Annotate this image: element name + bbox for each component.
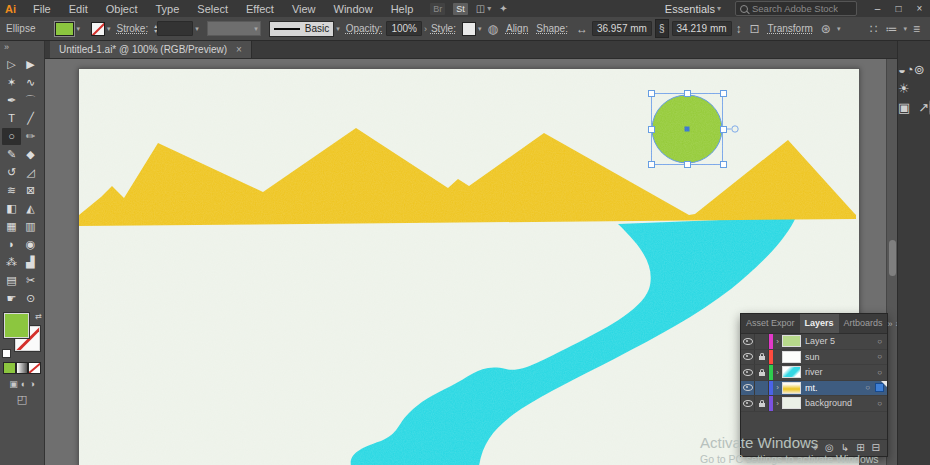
eraser-tool[interactable]: ◆	[21, 146, 40, 163]
target-circle-icon[interactable]: ○	[877, 352, 882, 361]
arrange-documents-icon[interactable]: ◫	[476, 3, 485, 14]
default-fill-stroke-icon[interactable]	[2, 349, 11, 358]
visibility-toggle[interactable]	[741, 334, 755, 349]
constrain-proportions-icon[interactable]: §	[655, 19, 669, 38]
tab-artboards[interactable]: Artboards	[839, 314, 888, 333]
style-label[interactable]: Style:	[431, 23, 456, 34]
bounding-box-icon[interactable]: ⊡	[750, 22, 760, 36]
chevron-down-icon[interactable]: ▾	[837, 25, 841, 33]
visibility-toggle[interactable]	[741, 365, 755, 380]
create-sublayer-icon[interactable]: ↳	[841, 440, 849, 456]
lock-toggle[interactable]	[755, 396, 769, 411]
tab-asset-export[interactable]: Asset Expor	[741, 314, 800, 333]
visibility-toggle[interactable]	[741, 396, 755, 411]
shape-builder-tool[interactable]: ◧	[2, 200, 21, 217]
tab-close-icon[interactable]: ×	[236, 44, 242, 55]
perspective-grid-tool[interactable]: ◭	[21, 200, 40, 217]
minimize-button[interactable]: –	[867, 0, 888, 17]
free-transform-tool[interactable]: ⊠	[21, 182, 40, 199]
rotate-tool[interactable]: ↺	[2, 164, 21, 181]
column-graph-tool[interactable]: ▟	[21, 254, 40, 271]
direct-selection-tool[interactable]: ▶	[21, 56, 40, 73]
chevron-down-icon[interactable]: ▾	[195, 25, 199, 33]
workspace-switcher[interactable]: Essentials ▾	[665, 3, 721, 15]
collapse-panel-icon[interactable]: »	[888, 319, 893, 329]
graphic-style-swatch[interactable]	[462, 22, 476, 36]
shape-height-field[interactable]: 34.219 mm	[672, 21, 732, 36]
none-mode-button[interactable]	[28, 362, 41, 374]
align-options-icon[interactable]: ∷	[870, 22, 878, 36]
visibility-toggle[interactable]	[741, 381, 755, 396]
layer-name[interactable]: river	[805, 367, 823, 377]
target-circle-icon[interactable]: ○	[877, 337, 882, 346]
eyedropper-tool[interactable]: ◗	[2, 236, 21, 253]
shape-label[interactable]: Shape:	[536, 23, 568, 34]
asset-export-panel-icon[interactable]: ↗	[918, 100, 929, 115]
scrollbar-thumb[interactable]	[889, 240, 896, 276]
menu-edit[interactable]: Edit	[60, 3, 97, 15]
layer-row-river[interactable]: › river ○	[741, 365, 887, 381]
artboard-tool[interactable]: ▤	[2, 272, 21, 289]
select-similar-icon[interactable]: ⊛	[821, 22, 831, 36]
recolor-artwork-icon[interactable]: ◍	[487, 22, 497, 36]
layer-name[interactable]: sun	[805, 352, 820, 362]
make-clipping-mask-icon[interactable]: ◎	[825, 440, 834, 456]
slice-tool[interactable]: ✂	[21, 272, 40, 289]
fill-swatch[interactable]	[4, 313, 29, 338]
chevron-down-icon[interactable]: ▾	[336, 25, 340, 33]
menu-view[interactable]: View	[283, 3, 325, 15]
scale-tool[interactable]: ◿	[21, 164, 40, 181]
width-tool[interactable]: ≋	[2, 182, 21, 199]
draw-inside-icon[interactable]: ◑	[29, 379, 34, 389]
layer-thumbnail[interactable]	[782, 335, 801, 347]
stroke-weight-field[interactable]	[157, 21, 193, 36]
layer-row-mt[interactable]: › mt. ○	[741, 381, 887, 397]
layer-name[interactable]: background	[805, 398, 852, 408]
target-circle-icon[interactable]: ○	[877, 399, 882, 408]
gpu-performance-icon[interactable]: ✦	[499, 3, 507, 14]
layer-thumbnail[interactable]	[782, 397, 801, 409]
layer-thumbnail[interactable]	[782, 382, 801, 394]
selection-tool[interactable]: ▷	[2, 56, 21, 73]
chevron-down-icon[interactable]: ▾	[487, 4, 491, 13]
pencil-tool[interactable]: ✎	[2, 146, 21, 163]
opacity-label[interactable]: Opacity:	[346, 23, 383, 34]
menu-object[interactable]: Object	[97, 3, 147, 15]
menu-file[interactable]: File	[24, 3, 60, 15]
delete-selection-icon[interactable]: ⊟	[872, 440, 880, 456]
menu-select[interactable]: Select	[188, 3, 237, 15]
layer-row-sun[interactable]: sun ○	[741, 350, 887, 366]
links-panel-icon[interactable]: ▣	[898, 100, 910, 115]
menu-window[interactable]: Window	[325, 3, 382, 15]
close-button[interactable]: ×	[909, 0, 930, 17]
chevron-down-icon[interactable]: ▾	[76, 25, 80, 33]
transform-label[interactable]: Transform	[768, 23, 813, 34]
lasso-tool[interactable]: ∿	[21, 74, 40, 91]
paintbrush-tool[interactable]: ✏	[21, 128, 40, 145]
menu-effect[interactable]: Effect	[237, 3, 283, 15]
blend-tool[interactable]: ◉	[21, 236, 40, 253]
tools-panel-collapse-icon[interactable]: »	[0, 40, 44, 55]
create-new-layer-icon[interactable]: ⊞	[856, 440, 864, 456]
stroke-color-swatch[interactable]	[91, 22, 105, 36]
curvature-tool[interactable]: ⌒	[21, 92, 40, 109]
expand-arrow-icon[interactable]: ›	[773, 383, 782, 392]
hand-tool[interactable]: ☛	[2, 290, 21, 307]
align-label[interactable]: Align	[506, 23, 528, 34]
line-segment-tool[interactable]: ╱	[21, 110, 40, 127]
chevron-down-icon[interactable]: ▾	[478, 25, 482, 33]
layer-name[interactable]: mt.	[805, 383, 818, 393]
fill-color-swatch[interactable]	[55, 22, 74, 36]
menu-type[interactable]: Type	[147, 3, 189, 15]
lock-toggle[interactable]	[755, 381, 769, 396]
lock-toggle[interactable]	[755, 350, 769, 365]
expand-arrow-icon[interactable]: ›	[773, 399, 782, 408]
panel-menu-icon[interactable]: ≡	[913, 22, 920, 36]
restore-button[interactable]: □	[888, 0, 909, 17]
recolor-artwork-icon[interactable]: ⊚	[914, 62, 925, 77]
tab-layers[interactable]: Layers	[800, 314, 839, 333]
color-mode-button[interactable]	[3, 362, 16, 374]
layer-name[interactable]: Layer 5	[805, 336, 835, 346]
menu-help[interactable]: Help	[382, 3, 423, 15]
draw-normal-icon[interactable]: ▣	[9, 379, 18, 389]
